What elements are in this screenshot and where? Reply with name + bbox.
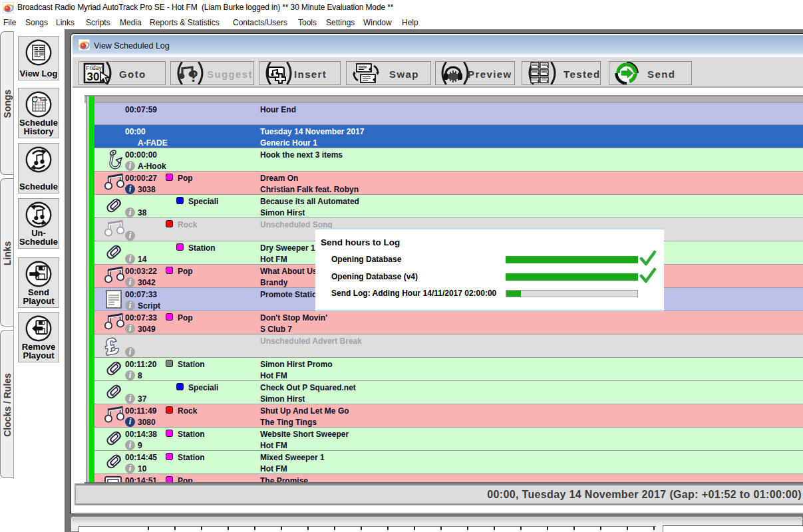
svg-text:?: ? — [189, 68, 198, 84]
svg-text:♪: ♪ — [43, 105, 44, 108]
svg-text:♪: ♪ — [33, 108, 35, 111]
svg-text:Tues: Tues — [39, 98, 47, 102]
svg-text:♪: ♪ — [40, 105, 41, 108]
svg-text:£: £ — [104, 334, 120, 358]
svg-text:♪: ♪ — [37, 102, 38, 105]
svg-text:30: 30 — [87, 70, 100, 83]
